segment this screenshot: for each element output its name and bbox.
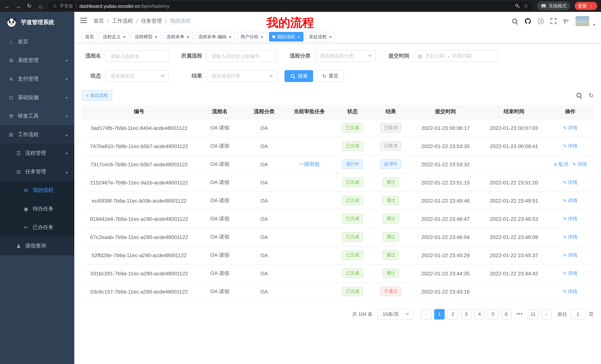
start-process-button[interactable]: + 发起流程 [82, 90, 112, 101]
fullscreen-icon[interactable] [551, 18, 557, 24]
status-select[interactable]: 请选择状态 [105, 70, 169, 82]
next-page-button[interactable]: › [541, 309, 551, 319]
tab-close-icon[interactable]: × [186, 34, 189, 39]
avatar[interactable] [575, 16, 590, 26]
page-size-select[interactable]: 10条/页 [378, 309, 413, 319]
date-start-placeholder: 开始日期 [425, 53, 445, 59]
action-label: 详情 [568, 179, 577, 186]
detail-action-link[interactable]: ✎详情 [572, 161, 587, 168]
github-icon[interactable] [525, 18, 531, 25]
detail-action-link[interactable]: ✎详情 [563, 143, 577, 149]
incognito-label: 无痕模式 [549, 3, 566, 9]
toggle-search-icon[interactable] [576, 93, 582, 98]
current-task-link[interactable]: 一级审批 [299, 161, 320, 167]
cell-process-id: 331bc281-7b9a-11ec-a290-acde48001122 [82, 264, 197, 282]
sidebar-item-leave-query[interactable]: ♟请假查询 [0, 237, 74, 255]
tab-close-icon[interactable]: × [123, 34, 126, 39]
sidebar-item-done-tasks[interactable]: ✂已办任务 [0, 218, 74, 237]
result-select[interactable]: 请选择流结果 [207, 70, 277, 82]
sidebar-item-home[interactable]: ⌂首页 [0, 33, 74, 51]
browser-home-icon[interactable]: ⌂ [37, 3, 44, 9]
sidebar-item-payment[interactable]: ¥支付管理▾ [0, 70, 74, 88]
page-button-11[interactable]: 11 [528, 309, 538, 319]
detail-action-link[interactable]: ✎详情 [563, 179, 577, 186]
parent-process-input[interactable] [207, 50, 277, 62]
detail-action-link[interactable]: ✎详情 [563, 234, 577, 240]
tab-process-form-edit[interactable]: 流程表单-编辑× [195, 32, 235, 42]
reset-button[interactable]: ↻ 重置 [317, 70, 344, 82]
tab-label: 首页 [85, 34, 94, 40]
page-button-1[interactable]: 1 [434, 309, 445, 319]
cell-process-id: ec45f38f-7b9a-11ec-b03b-acde48001122 [82, 192, 197, 210]
submit-time-range-picker[interactable]: ▦ 开始日期 - 结束日期 [414, 50, 498, 62]
prev-page-button[interactable]: ‹ [421, 309, 431, 319]
bookmark-star-icon[interactable]: ☆ [523, 3, 528, 9]
goto-suffix-label: 页 [589, 311, 594, 317]
cancel-action-link[interactable]: ⊘取消 [553, 161, 568, 168]
detail-action-link[interactable]: ✎详情 [563, 270, 577, 277]
kebab-menu-icon[interactable]: ⋮ [589, 3, 594, 9]
incognito-badge: 无痕模式 [537, 1, 570, 10]
page-button-2[interactable]: 2 [448, 309, 458, 319]
tab-process-model[interactable]: 流程模型× [131, 32, 161, 42]
sidebar-item-system[interactable]: ⚙系统管理▾ [0, 51, 74, 70]
page-button-6[interactable]: 6 [501, 309, 511, 319]
tab-my-process[interactable]: 我的流程× [269, 32, 303, 42]
sidebar-item-my-process[interactable]: ✉我的流程 [0, 181, 74, 200]
tab-start-process[interactable]: 发起流程× [306, 32, 335, 42]
cell-result: 通过 [372, 173, 410, 192]
breadcrumb-item[interactable]: 工作流程 [112, 18, 133, 25]
detail-action-link[interactable]: ✎详情 [563, 197, 577, 204]
cell-status: 已完成 [333, 137, 372, 155]
sidebar-item-infrastructure[interactable]: ⊡基础设施▾ [0, 88, 74, 107]
page-button-5[interactable]: 5 [488, 309, 498, 319]
forward-icon[interactable]: → [15, 3, 21, 9]
avatar-caret-down-icon[interactable]: ▾ [593, 22, 595, 27]
detail-action-link[interactable]: ✎详情 [563, 125, 577, 131]
status-tag: 已完成 [342, 269, 363, 278]
search-button[interactable]: 搜索 [285, 70, 313, 82]
tab-close-icon[interactable]: × [260, 34, 263, 39]
sidebar-collapse-icon[interactable] [80, 18, 88, 25]
detail-action-link[interactable]: ✎详情 [563, 252, 577, 259]
address-bar[interactable]: ⚠ 不安全 dashboard.yudao.iocoder.cn /bpm/ta… [48, 1, 533, 10]
page-button-3[interactable]: 3 [461, 309, 471, 319]
sidebar-item-todo-tasks[interactable]: ◉待办任务 [0, 200, 74, 218]
tab-close-icon[interactable]: × [155, 34, 158, 39]
cell-end-time: 2022-01-22 23:46:53 [481, 210, 547, 228]
page-button-4[interactable]: 4 [474, 309, 485, 319]
detail-action-link[interactable]: ✎详情 [563, 288, 577, 295]
breadcrumb-item[interactable]: 首页 [94, 18, 104, 25]
security-label[interactable]: 不安全 [60, 3, 73, 9]
sidebar-item-devtools[interactable]: ⚒研发工具▾ [0, 107, 74, 125]
refresh-table-icon[interactable]: ↻ [589, 92, 594, 99]
tab-process-form[interactable]: 流程表单× [163, 32, 193, 42]
tab-process-definition[interactable]: 流程定义× [100, 32, 129, 42]
back-icon[interactable]: ← [4, 3, 10, 9]
search-icon[interactable] [512, 18, 518, 24]
sidebar-item-process-management[interactable]: ☰流程管理▾ [0, 144, 74, 163]
sidebar-item-workflow[interactable]: ⊞工作流程▴ [0, 125, 74, 144]
more-pages-button[interactable]: ••• [514, 309, 525, 319]
cell-process-name: OA 请假 [197, 282, 243, 301]
tab-user-group[interactable]: 用户分组× [237, 32, 267, 42]
process-name-input[interactable] [105, 50, 169, 62]
tab-close-icon[interactable]: × [329, 34, 332, 39]
help-icon[interactable]: ? [538, 18, 544, 24]
tab-close-icon[interactable]: × [229, 34, 232, 39]
goto-page-input[interactable] [570, 309, 586, 319]
tab-close-icon[interactable]: × [297, 34, 300, 39]
password-key-icon[interactable] [515, 3, 521, 9]
category-select[interactable]: 请选择流程分类 [315, 50, 376, 62]
cell-end-time: 2022-01-22 23:44:42 [481, 264, 547, 282]
detail-action-link[interactable]: ✎详情 [563, 215, 577, 222]
reload-icon[interactable]: ↻ [26, 3, 33, 9]
sidebar-item-task-management[interactable]: ⊟任务管理▴ [0, 163, 74, 181]
column-header: 结果 [372, 105, 410, 119]
font-size-icon[interactable]: TT [563, 18, 569, 24]
breadcrumb-item[interactable]: 任务管理 [141, 18, 162, 25]
tab-home[interactable]: 首页 [82, 32, 97, 42]
status-tag: 已完成 [342, 232, 363, 241]
update-button[interactable]: 更新 ⋮ [575, 2, 597, 10]
table-row: ec45f38f-7b9a-11ec-b03b-acde48001122OA 请… [82, 192, 594, 210]
